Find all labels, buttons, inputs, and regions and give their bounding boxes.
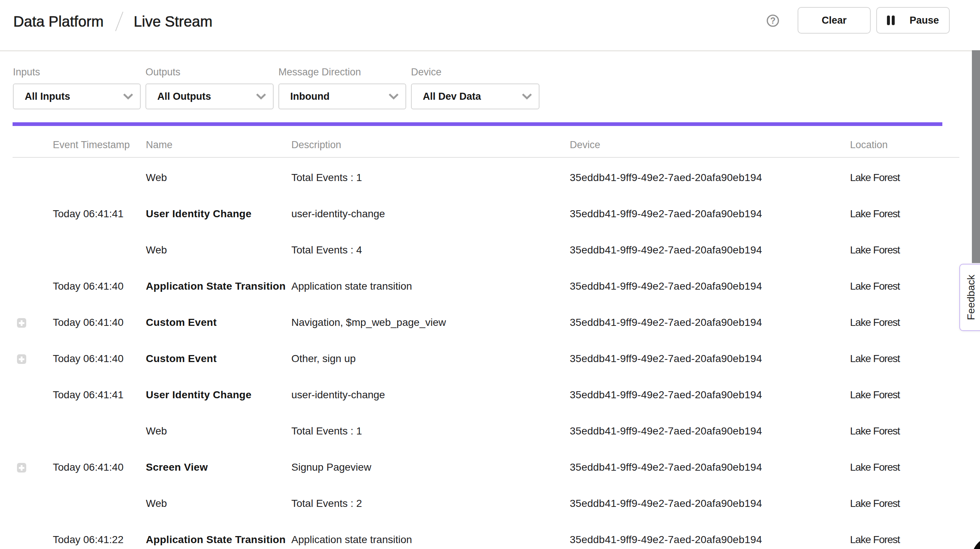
svg-text:?: ? <box>770 16 776 26</box>
